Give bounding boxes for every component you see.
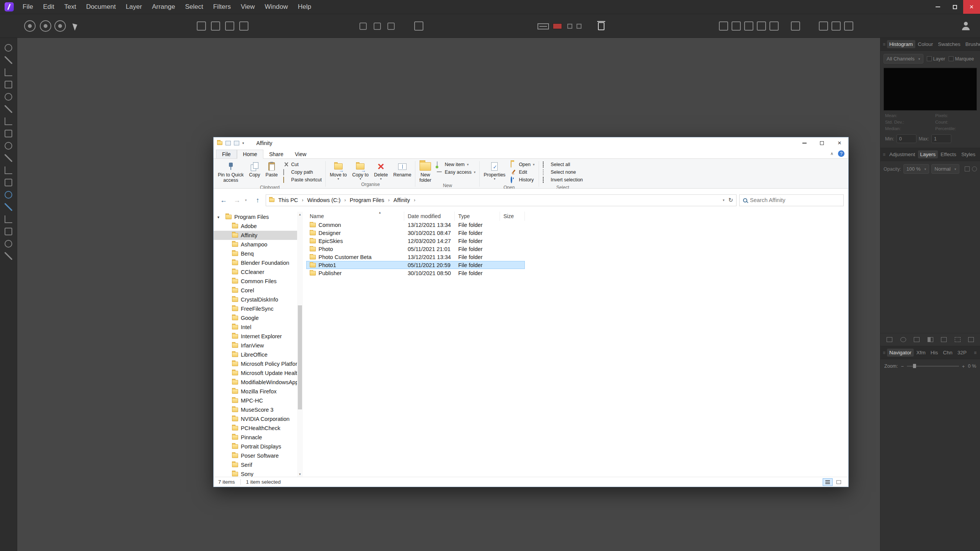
quick-access-toolbar-icon[interactable] — [234, 141, 239, 145]
layer-action-icon[interactable] — [900, 337, 906, 342]
panel-tab[interactable]: Swatches — [936, 40, 963, 48]
tree-item[interactable]: Poser Software — [214, 451, 303, 460]
app-menu-item[interactable]: Window — [260, 0, 292, 14]
toolbar-icon[interactable] — [791, 21, 800, 31]
invert-selection-button[interactable]: Invert selection — [541, 176, 585, 183]
file-row[interactable]: EpicSkies 12/03/2020 14:27 File folder — [306, 237, 525, 245]
zoom-slider-handle[interactable] — [913, 364, 916, 368]
tree-item[interactable]: Microsoft Update Health To — [214, 368, 303, 378]
panel-tab[interactable]: Brushes — [963, 40, 980, 48]
help-icon[interactable]: ? — [838, 150, 844, 157]
search-box[interactable] — [739, 194, 844, 206]
tree-item[interactable]: ModifiableWindowsApps — [214, 378, 303, 387]
address-dropdown-icon[interactable]: ▾ — [723, 198, 725, 202]
breadcrumb-separator-icon[interactable]: › — [345, 197, 346, 203]
breadcrumb-separator-icon[interactable]: › — [388, 197, 390, 203]
quick-access-customize-icon[interactable]: ▾ — [242, 141, 244, 145]
file-row[interactable]: Photo Customer Beta 13/12/2021 13:34 Fil… — [306, 253, 525, 261]
tool-icon[interactable] — [5, 240, 12, 248]
tree-item[interactable]: Sony — [214, 469, 303, 477]
tool-icon[interactable] — [5, 44, 12, 52]
file-row[interactable]: Publisher 30/10/2021 08:50 File folder — [306, 269, 525, 277]
column-header-type[interactable]: Type — [455, 212, 500, 221]
toolbar-icon[interactable] — [567, 24, 572, 29]
tree-scrollbar-thumb[interactable] — [298, 305, 302, 409]
toolbar-icon[interactable] — [359, 23, 367, 30]
delete-button[interactable]: × Delete ▾ — [371, 160, 390, 181]
channels-dropdown[interactable]: All Channels ▾ — [884, 54, 923, 64]
copy-to-button[interactable]: → Copy to ▾ — [350, 160, 371, 181]
breadcrumb-windows-c[interactable]: Windows (C:) — [306, 197, 342, 203]
scroll-down-icon[interactable]: ▾ — [299, 472, 301, 476]
tree-item[interactable]: Serif — [214, 460, 303, 469]
tree-item[interactable]: MuseScore 3 — [214, 405, 303, 414]
explorer-title-bar[interactable]: ▾ Affinity × — [214, 137, 848, 149]
trash-icon[interactable] — [598, 22, 604, 30]
panel-tab[interactable]: Histogram — [887, 40, 915, 48]
file-row[interactable]: Designer 30/10/2021 08:47 File folder — [306, 229, 525, 237]
account-icon[interactable] — [962, 22, 970, 30]
tool-icon[interactable] — [5, 191, 12, 199]
tree-item[interactable]: Mozilla Firefox — [214, 387, 303, 396]
easy-access-button[interactable]: Easy access▾ — [435, 169, 478, 176]
app-menu-item[interactable]: Filters — [208, 0, 236, 14]
tool-icon[interactable] — [5, 117, 12, 125]
panel-tab[interactable]: Navigator — [887, 349, 914, 357]
move-to-button[interactable]: → Move to ▾ — [327, 160, 349, 181]
app-menu-item[interactable]: Text — [59, 0, 81, 14]
breadcrumb-affinity[interactable]: Affinity — [392, 197, 411, 203]
quick-access-toolbar-icon[interactable] — [225, 141, 231, 145]
tree-item[interactable]: CCleaner — [214, 267, 303, 277]
tree-item[interactable]: Pinnacle — [214, 433, 303, 442]
properties-button[interactable]: ✓ Properties ▾ — [481, 160, 508, 181]
tree-item[interactable]: Corel — [214, 286, 303, 295]
toolbar-icon[interactable] — [719, 21, 728, 31]
tool-icon[interactable] — [5, 166, 12, 174]
up-button[interactable]: ↑ — [252, 195, 263, 205]
layer-action-icon[interactable] — [968, 337, 974, 342]
tool-icon[interactable] — [5, 179, 12, 186]
file-row[interactable]: Photo 05/11/2021 21:01 File folder — [306, 245, 525, 253]
zoom-in-icon[interactable]: + — [962, 364, 965, 369]
tab-file[interactable]: File — [216, 150, 237, 158]
panel-tab[interactable]: Colour — [916, 40, 936, 48]
layer-checkbox[interactable] — [927, 56, 932, 61]
tree-item[interactable]: Blender Foundation — [214, 258, 303, 267]
panel-tab[interactable]: 32P — [955, 349, 969, 357]
tool-icon[interactable] — [5, 215, 12, 223]
recent-locations-icon[interactable]: ▾ — [245, 198, 250, 202]
scroll-up-icon[interactable]: ▴ — [299, 212, 301, 216]
column-header-name[interactable]: Name — [306, 212, 404, 221]
blend-mode-dropdown[interactable]: Normal ▾ — [931, 164, 959, 174]
edit-button[interactable]: Edit — [509, 169, 536, 176]
thumbnails-view-button[interactable] — [834, 478, 844, 486]
panel-tab[interactable]: Layers — [918, 150, 938, 158]
tree-item[interactable]: Benq — [214, 249, 303, 258]
toolbar-icon[interactable] — [197, 21, 206, 31]
tree-item[interactable]: Common Files — [214, 277, 303, 286]
layer-action-icon[interactable] — [887, 337, 892, 342]
copy-button[interactable]: Copy — [246, 160, 263, 178]
explorer-minimize-button[interactable] — [795, 137, 813, 149]
tree-item[interactable]: Internet Explorer — [214, 332, 303, 341]
toolbar-icon[interactable] — [577, 24, 581, 29]
address-bar[interactable]: This PC › Windows (C:) › Program Files ›… — [266, 194, 737, 206]
app-menu-item[interactable]: Help — [293, 0, 316, 14]
cursor-tool-icon[interactable] — [72, 22, 79, 31]
tree-item[interactable]: CrystalDiskInfo — [214, 295, 303, 304]
toolbar-icon[interactable] — [732, 21, 741, 31]
panel-tab[interactable]: Adjustment — [887, 150, 918, 158]
toolbar-icon[interactable] — [769, 21, 779, 31]
min-input[interactable]: 0 — [897, 134, 916, 143]
cut-button[interactable]: Cut — [281, 161, 324, 168]
panel-tab[interactable]: Xfm — [914, 349, 928, 357]
toolbar-icon[interactable] — [225, 21, 234, 31]
layer-lock-icon[interactable] — [965, 166, 970, 171]
tree-item[interactable]: FreeFileSync — [214, 304, 303, 313]
tool-icon[interactable] — [5, 154, 12, 162]
zoom-slider[interactable] — [907, 366, 959, 367]
app-close-button[interactable]: × — [963, 0, 980, 14]
toolbar-icon[interactable] — [757, 21, 766, 31]
tab-home[interactable]: Home — [237, 150, 263, 159]
tree-item[interactable]: MPC-HC — [214, 396, 303, 405]
